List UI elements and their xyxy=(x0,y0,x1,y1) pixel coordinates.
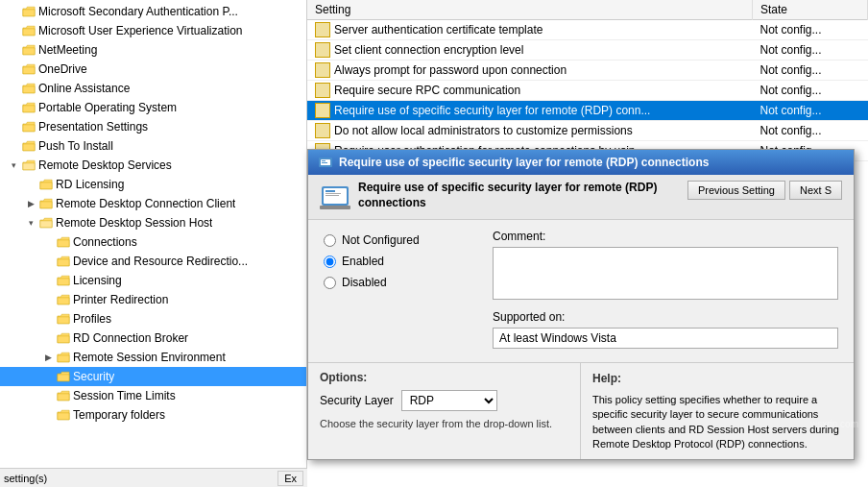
settings-table: Setting State Server authentication cert… xyxy=(307,0,868,161)
tree-item-printer-redirection[interactable]: Printer Redirection xyxy=(0,290,306,309)
tree-item-onedrive[interactable]: OneDrive xyxy=(0,60,306,79)
radio-disabled[interactable] xyxy=(324,277,336,289)
state-cell-4: Not config... xyxy=(753,101,868,121)
table-row[interactable]: Always prompt for password upon connecti… xyxy=(307,61,868,81)
tree-label-portable-os: Portable Operating System xyxy=(38,101,177,114)
tree-expander-online-assistance xyxy=(6,81,21,96)
expand-button[interactable]: Ex xyxy=(277,471,303,486)
tree-label-rd-connection-broker: RD Connection Broker xyxy=(73,331,188,345)
tree-expander-portable-os xyxy=(6,100,21,115)
radio-item-enabled: Enabled xyxy=(324,255,477,268)
tree-expander-temp-folders xyxy=(40,407,56,423)
setting-cell-4: Require use of specific security layer f… xyxy=(307,101,753,121)
watermark: wsxdn.com xyxy=(810,419,858,429)
tree-label-temp-folders: Temporary folders xyxy=(73,408,165,422)
setting-cell-3: Require secure RPC communication xyxy=(307,81,753,101)
folder-icon-profiles xyxy=(56,311,71,327)
tree-label-remote-session-env: Remote Session Environment xyxy=(73,351,226,364)
setting-text-5: Do not allow local administrators to cus… xyxy=(334,124,633,137)
svg-rect-7 xyxy=(326,193,341,194)
radio-enabled[interactable] xyxy=(324,256,336,268)
tree-label-licensing: Licensing xyxy=(73,274,122,287)
tree-label-security: Security xyxy=(73,370,114,383)
policy-icon-3 xyxy=(315,83,330,98)
radio-not-configured[interactable] xyxy=(324,234,336,247)
tree-item-rdcc[interactable]: ▶ Remote Desktop Connection Client xyxy=(0,194,306,213)
security-layer-select[interactable]: RDPNegotiateSSL xyxy=(401,390,497,411)
tree-expander-presentation-settings xyxy=(6,119,21,134)
dialog-header-icon xyxy=(320,183,350,213)
folder-icon-presentation-settings xyxy=(21,119,36,134)
comment-textarea[interactable] xyxy=(493,247,838,300)
radio-label-not-configured: Not Configured xyxy=(342,233,420,247)
tree-expander-rdcc[interactable]: ▶ xyxy=(23,196,38,211)
tree-expander-printer-redirection xyxy=(40,292,56,307)
status-text: setting(s) xyxy=(4,473,47,484)
svg-rect-2 xyxy=(322,160,326,161)
setting-cell-1: Set client connection encryption level xyxy=(307,40,753,61)
policy-icon-0 xyxy=(315,22,330,37)
tree-item-remote-session-env[interactable]: ▶ Remote Session Environment xyxy=(0,348,306,367)
folder-icon-device-resource xyxy=(56,254,71,269)
state-cell-5: Not config... xyxy=(753,121,868,141)
tree-item-ms-secondary-auth[interactable]: Microsoft Secondary Authentication P... xyxy=(0,2,306,21)
tree-item-portable-os[interactable]: Portable Operating System xyxy=(0,98,306,117)
folder-icon-rd-connection-broker xyxy=(56,330,71,346)
tree-label-connections: Connections xyxy=(73,235,137,249)
tree-item-rd-licensing[interactable]: RD Licensing xyxy=(0,175,306,194)
tree-item-temp-folders[interactable]: Temporary folders xyxy=(0,405,306,425)
tree-item-device-resource[interactable]: Device and Resource Redirectio... xyxy=(0,252,306,271)
tree-item-remote-desktop-services[interactable]: ▾ Remote Desktop Services xyxy=(0,156,306,175)
folder-icon-temp-folders xyxy=(56,407,71,423)
tree-label-online-assistance: Online Assistance xyxy=(38,82,130,95)
tree-label-netmeeting: NetMeeting xyxy=(38,43,97,57)
tree-item-presentation-settings[interactable]: Presentation Settings xyxy=(0,117,306,136)
tree-item-profiles[interactable]: Profiles xyxy=(0,309,306,329)
policy-icon-5 xyxy=(315,123,330,138)
tree-item-rd-connection-broker[interactable]: RD Connection Broker xyxy=(0,329,306,348)
table-row[interactable]: Set client connection encryption level N… xyxy=(307,40,868,61)
tree-item-ms-user-exp[interactable]: Microsoft User Experience Virtualization xyxy=(0,21,306,40)
svg-rect-8 xyxy=(326,195,339,196)
tree-label-session-time-limits: Session Time Limits xyxy=(73,389,176,402)
tree-label-onedrive: OneDrive xyxy=(38,62,87,76)
prev-setting-button[interactable]: Previous Setting xyxy=(687,181,785,200)
table-row[interactable]: Require use of specific security layer f… xyxy=(307,101,868,121)
policy-icon-1 xyxy=(315,42,330,58)
security-layer-dropdown-wrapper: RDPNegotiateSSL xyxy=(401,390,497,411)
table-row[interactable]: Require secure RPC communication Not con… xyxy=(307,81,868,101)
radio-group: Not ConfiguredEnabledDisabled xyxy=(324,233,477,289)
tree-label-rdsh: Remote Desktop Session Host xyxy=(56,216,212,230)
tree-item-push-to-install[interactable]: Push To Install xyxy=(0,136,306,156)
tree-expander-rdsh[interactable]: ▾ xyxy=(23,215,38,231)
tree-item-netmeeting[interactable]: NetMeeting xyxy=(0,40,306,60)
tree-expander-remote-session-env[interactable]: ▶ xyxy=(40,350,56,365)
dialog-title-text: Require use of specific security layer f… xyxy=(339,156,709,169)
tree-label-rdcc: Remote Desktop Connection Client xyxy=(56,197,235,210)
tree-item-session-time-limits[interactable]: Session Time Limits xyxy=(0,386,306,405)
setting-cell-5: Do not allow local administrators to cus… xyxy=(307,121,753,141)
table-row[interactable]: Do not allow local administrators to cus… xyxy=(307,121,868,141)
next-setting-button[interactable]: Next S xyxy=(789,181,842,200)
security-layer-label: Security Layer xyxy=(320,394,394,407)
tree-item-security[interactable]: Security xyxy=(0,367,306,386)
svg-rect-9 xyxy=(320,206,350,209)
tree-item-rdsh[interactable]: ▾ Remote Desktop Session Host xyxy=(0,213,306,232)
tree-expander-ms-user-exp xyxy=(6,23,21,38)
setting-text-4: Require use of specific security layer f… xyxy=(334,104,650,117)
tree-item-licensing[interactable]: Licensing xyxy=(0,271,306,290)
table-row[interactable]: Server authentication certificate templa… xyxy=(307,20,868,40)
tree-expander-onedrive xyxy=(6,61,21,77)
folder-icon-remote-desktop-services xyxy=(21,158,36,173)
folder-icon-security xyxy=(56,369,71,384)
tree-label-presentation-settings: Presentation Settings xyxy=(38,120,148,134)
options-panel: Options: Security Layer RDPNegotiateSSL … xyxy=(308,363,581,459)
folder-icon-online-assistance xyxy=(21,81,36,96)
tree-expander-remote-desktop-services[interactable]: ▾ xyxy=(6,158,21,173)
tree-item-online-assistance[interactable]: Online Assistance xyxy=(0,79,306,98)
dialog-nav-buttons: Previous Setting Next S xyxy=(687,181,842,200)
help-header: Help: xyxy=(592,371,842,387)
tree-item-connections[interactable]: Connections xyxy=(0,232,306,252)
dialog-body: Not ConfiguredEnabledDisabled Comment: S… xyxy=(308,220,854,358)
setting-text-1: Set client connection encryption level xyxy=(334,43,523,57)
